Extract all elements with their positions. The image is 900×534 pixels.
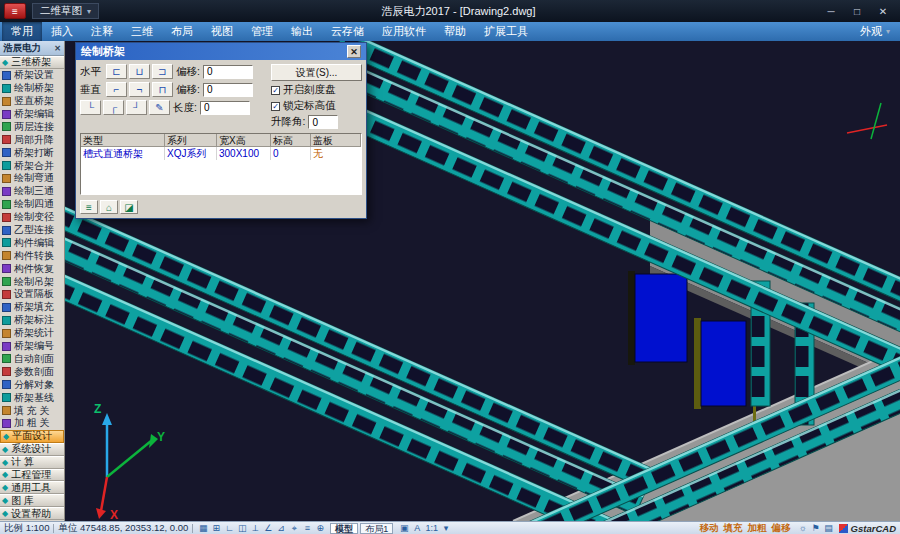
sidebar-item-两层连接[interactable]: 两层连接 — [0, 120, 64, 133]
column-header[interactable]: 宽X高 — [217, 134, 271, 147]
column-header[interactable]: 标高 — [271, 134, 311, 147]
sidebar-item-加粗关[interactable]: 加 粗 关 — [0, 417, 64, 430]
tray-horizontal-mid-icon[interactable]: ⊔ — [129, 64, 150, 79]
status-toggle-icon[interactable]: ◫ — [236, 523, 248, 534]
status-toggle-icon[interactable]: ⊞ — [210, 523, 222, 534]
menu-tab-应用软件[interactable]: 应用软件 — [373, 22, 435, 41]
sidebar-item-桥架填充[interactable]: 桥架填充 — [0, 301, 64, 314]
length-input[interactable] — [200, 101, 250, 115]
status-toggle-icon[interactable]: ⊕ — [314, 523, 326, 534]
close-button[interactable]: ✕ — [870, 2, 896, 20]
status-icon[interactable]: ☼ — [797, 523, 809, 534]
status-toggle-移动[interactable]: 移动 — [698, 522, 721, 534]
sidebar-item-桥架设置[interactable]: 桥架设置 — [0, 69, 64, 82]
maximize-button[interactable]: □ — [844, 2, 870, 20]
sidebar-item-图库[interactable]: ◆图 库 — [0, 494, 64, 507]
sidebar-item-设置帮助[interactable]: ◆设置帮助 — [0, 507, 64, 520]
menu-tab-帮助[interactable]: 帮助 — [435, 22, 475, 41]
sidebar-item-系统设计[interactable]: ◆系统设计 — [0, 443, 64, 456]
menu-tab-常用[interactable]: 常用 — [2, 22, 42, 41]
elbow-turn-icon[interactable]: ┘ — [126, 100, 147, 115]
status-toggle-icon[interactable]: ⊿ — [275, 523, 287, 534]
app-menu-button[interactable]: ≡ — [4, 3, 26, 19]
sidebar-item-通用工具[interactable]: ◆通用工具 — [0, 481, 64, 494]
menu-tab-云存储[interactable]: 云存储 — [322, 22, 373, 41]
elbow-up-icon[interactable]: └ — [80, 100, 101, 115]
settings-button[interactable]: 设置(S)... — [271, 64, 362, 81]
status-toggle-icon[interactable]: ⟂ — [249, 523, 261, 534]
sidebar-item-绘制弯通[interactable]: 绘制弯通 — [0, 172, 64, 185]
dial-checkbox[interactable]: ✓ 开启刻度盘 — [271, 83, 362, 97]
sidebar-item-绘制桥架[interactable]: 绘制桥架 — [0, 82, 64, 95]
status-toggle-icon[interactable]: ∠ — [262, 523, 274, 534]
minimize-button[interactable]: ─ — [818, 2, 844, 20]
table-row[interactable]: 槽式直通桥架XQJ系列300X1000无 — [81, 147, 361, 160]
sidebar-item-桥架基线[interactable]: 桥架基线 — [0, 391, 64, 404]
menu-tab-视图[interactable]: 视图 — [202, 22, 242, 41]
menu-tab-注释[interactable]: 注释 — [82, 22, 122, 41]
status-toggle-偏移[interactable]: 偏移 — [770, 522, 793, 534]
status-toggle-加粗[interactable]: 加粗 — [746, 522, 769, 534]
status-toggle-icon[interactable]: ▾ — [440, 523, 452, 534]
sidebar-item-桥架统计[interactable]: 桥架统计 — [0, 327, 64, 340]
drawing-viewport[interactable]: Z Y X 绘制桥架 ✕ — [65, 41, 900, 521]
menu-tab-输出[interactable]: 输出 — [282, 22, 322, 41]
sidebar-item-设置隔板[interactable]: 设置隔板 — [0, 288, 64, 301]
angle-input[interactable] — [308, 115, 338, 129]
scale-indicator[interactable]: 比例 1:100 — [4, 522, 49, 534]
menu-tab-管理[interactable]: 管理 — [242, 22, 282, 41]
pick-point-icon[interactable]: ⌂ — [100, 200, 118, 214]
dialog-close-button[interactable]: ✕ — [347, 45, 361, 58]
column-header[interactable]: 盖板 — [311, 134, 361, 147]
workspace-switcher[interactable]: 二维草图 ▾ — [32, 3, 99, 19]
status-icon[interactable]: ⚑ — [810, 523, 822, 534]
status-toggle-icon[interactable]: ∟ — [223, 523, 235, 534]
status-toggle-icon[interactable]: 1:1 — [424, 523, 439, 534]
sidebar-item-局部升降[interactable]: 局部升降 — [0, 133, 64, 146]
sidebar-item-桥架打断[interactable]: 桥架打断 — [0, 146, 64, 159]
sidebar-item-填充关[interactable]: 填 充 关 — [0, 404, 64, 417]
tray-horizontal-left-icon[interactable]: ⊏ — [106, 64, 127, 79]
sidebar-item-乙型连接[interactable]: 乙型连接 — [0, 224, 64, 237]
tray-vertical-mid-icon[interactable]: ¬ — [129, 82, 150, 97]
draw-pencil-icon[interactable]: ✎ — [149, 100, 170, 115]
menu-tab-插入[interactable]: 插入 — [42, 22, 82, 41]
status-toggle-icon[interactable]: A — [411, 523, 423, 534]
sidebar-item-绘制三通[interactable]: 绘制三通 — [0, 185, 64, 198]
layout-tab-模型[interactable]: 模型 — [330, 523, 358, 534]
tray-vertical-right-icon[interactable]: ⊓ — [152, 82, 173, 97]
sidebar-item-桥架编号[interactable]: 桥架编号 — [0, 340, 64, 353]
palette-close-icon[interactable]: ✕ — [54, 44, 61, 53]
status-icon[interactable]: ▤ — [823, 523, 835, 534]
sidebar-item-平面设计[interactable]: ◆平面设计 — [0, 430, 64, 443]
column-header[interactable]: 系列 — [165, 134, 217, 147]
sidebar-item-桥架编辑[interactable]: 桥架编辑 — [0, 108, 64, 121]
erase-icon[interactable]: ◪ — [120, 200, 138, 214]
sidebar-item-桥架标注[interactable]: 桥架标注 — [0, 314, 64, 327]
status-toggle-填充[interactable]: 填充 — [722, 522, 745, 534]
sidebar-item-竖直桥架[interactable]: 竖直桥架 — [0, 95, 64, 108]
sidebar-item-自动剖面[interactable]: 自动剖面 — [0, 352, 64, 365]
status-toggle-icon[interactable]: ≡ — [301, 523, 313, 534]
appearance-menu[interactable]: 外观 ▾ — [860, 24, 898, 39]
menu-tab-布局[interactable]: 布局 — [162, 22, 202, 41]
sidebar-item-构件转换[interactable]: 构件转换 — [0, 249, 64, 262]
sidebar-item-构件编辑[interactable]: 构件编辑 — [0, 236, 64, 249]
lock-elevation-checkbox[interactable]: ✓ 锁定标高值 — [271, 99, 362, 113]
sidebar-item-绘制四通[interactable]: 绘制四通 — [0, 198, 64, 211]
offset-h-input[interactable] — [203, 65, 253, 79]
sidebar-item-三维桥架[interactable]: ◆三维桥架 — [0, 56, 64, 69]
menu-tab-扩展工具[interactable]: 扩展工具 — [475, 22, 537, 41]
sidebar-item-桥架合并[interactable]: 桥架合并 — [0, 159, 64, 172]
layout-tab-布局1[interactable]: 布局1 — [360, 523, 393, 534]
sidebar-item-绘制变径[interactable]: 绘制变径 — [0, 211, 64, 224]
sidebar-item-构件恢复[interactable]: 构件恢复 — [0, 262, 64, 275]
tray-vertical-left-icon[interactable]: ⌐ — [106, 82, 127, 97]
status-toggle-icon[interactable]: ▦ — [197, 523, 209, 534]
sidebar-item-绘制吊架[interactable]: 绘制吊架 — [0, 275, 64, 288]
sidebar-item-计算[interactable]: ◆计 算 — [0, 456, 64, 469]
column-header[interactable]: 类型 — [81, 134, 165, 147]
status-toggle-icon[interactable]: ▣ — [398, 523, 410, 534]
list-view-icon[interactable]: ≡ — [80, 200, 98, 214]
status-toggle-icon[interactable]: ⌖ — [288, 523, 300, 534]
